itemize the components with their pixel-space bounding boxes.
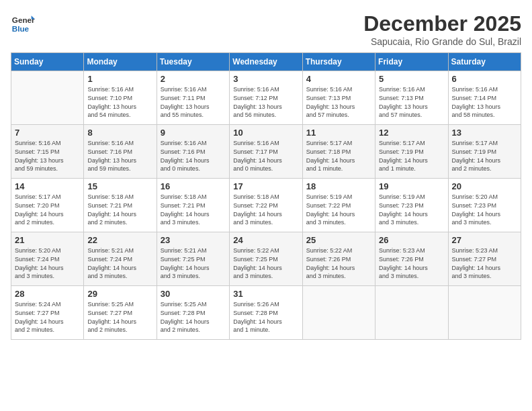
calendar-cell: 1Sunrise: 5:16 AM Sunset: 7:10 PM Daylig… [84, 71, 157, 125]
day-number: 30 [161, 289, 226, 299]
calendar-subtitle: Sapucaia, Rio Grande do Sul, Brazil [363, 36, 521, 47]
day-number: 31 [233, 289, 298, 299]
day-number: 10 [233, 128, 298, 138]
calendar-cell: 29Sunrise: 5:25 AM Sunset: 7:27 PM Dayli… [84, 286, 157, 340]
day-info: Sunrise: 5:16 AM Sunset: 7:16 PM Dayligh… [161, 139, 226, 173]
day-info: Sunrise: 5:16 AM Sunset: 7:13 PM Dayligh… [306, 85, 371, 119]
day-number: 6 [452, 74, 517, 84]
day-info: Sunrise: 5:19 AM Sunset: 7:23 PM Dayligh… [379, 193, 444, 226]
weekday-wednesday: Wednesday [230, 53, 302, 71]
day-number: 3 [233, 74, 298, 84]
calendar-cell: 11Sunrise: 5:17 AM Sunset: 7:18 PM Dayli… [302, 125, 375, 179]
title-block: December 2025 Sapucaia, Rio Grande do Su… [363, 11, 521, 47]
calendar-cell: 25Sunrise: 5:22 AM Sunset: 7:26 PM Dayli… [302, 232, 375, 286]
day-info: Sunrise: 5:18 AM Sunset: 7:21 PM Dayligh… [87, 193, 152, 226]
day-info: Sunrise: 5:16 AM Sunset: 7:17 PM Dayligh… [233, 139, 298, 173]
logo-icon: General Blue [11, 11, 35, 35]
calendar-cell: 15Sunrise: 5:18 AM Sunset: 7:21 PM Dayli… [84, 179, 157, 232]
day-info: Sunrise: 5:17 AM Sunset: 7:20 PM Dayligh… [15, 193, 80, 226]
day-info: Sunrise: 5:25 AM Sunset: 7:28 PM Dayligh… [161, 300, 226, 334]
calendar-cell: 4Sunrise: 5:16 AM Sunset: 7:13 PM Daylig… [302, 71, 375, 125]
day-number: 14 [15, 181, 80, 191]
day-info: Sunrise: 5:16 AM Sunset: 7:13 PM Dayligh… [379, 85, 444, 119]
day-info: Sunrise: 5:16 AM Sunset: 7:16 PM Dayligh… [87, 139, 152, 173]
day-number: 28 [15, 289, 80, 299]
day-number: 12 [379, 128, 444, 138]
day-number: 4 [306, 74, 371, 84]
day-number: 27 [452, 235, 517, 245]
day-number: 22 [87, 235, 152, 245]
calendar-cell: 26Sunrise: 5:23 AM Sunset: 7:26 PM Dayli… [375, 232, 448, 286]
day-number: 18 [306, 181, 371, 191]
calendar-cell: 16Sunrise: 5:18 AM Sunset: 7:21 PM Dayli… [157, 179, 229, 232]
calendar-cell: 17Sunrise: 5:18 AM Sunset: 7:22 PM Dayli… [230, 179, 302, 232]
day-info: Sunrise: 5:25 AM Sunset: 7:27 PM Dayligh… [87, 300, 152, 334]
calendar-cell: 24Sunrise: 5:22 AM Sunset: 7:25 PM Dayli… [230, 232, 302, 286]
calendar-title: December 2025 [363, 11, 521, 36]
day-number: 15 [87, 181, 152, 191]
calendar-cell [448, 286, 521, 340]
calendar-cell: 27Sunrise: 5:23 AM Sunset: 7:27 PM Dayli… [448, 232, 521, 286]
day-info: Sunrise: 5:21 AM Sunset: 7:25 PM Dayligh… [161, 246, 226, 280]
day-info: Sunrise: 5:22 AM Sunset: 7:26 PM Dayligh… [306, 246, 371, 280]
calendar-cell [375, 286, 448, 340]
calendar-cell: 3Sunrise: 5:16 AM Sunset: 7:12 PM Daylig… [230, 71, 302, 125]
calendar-cell: 18Sunrise: 5:19 AM Sunset: 7:22 PM Dayli… [302, 179, 375, 232]
day-info: Sunrise: 5:23 AM Sunset: 7:27 PM Dayligh… [452, 246, 517, 280]
calendar-cell [11, 71, 84, 125]
calendar-cell: 6Sunrise: 5:16 AM Sunset: 7:14 PM Daylig… [448, 71, 521, 125]
calendar-cell: 2Sunrise: 5:16 AM Sunset: 7:11 PM Daylig… [157, 71, 229, 125]
day-number: 11 [306, 128, 371, 138]
calendar-cell: 7Sunrise: 5:16 AM Sunset: 7:15 PM Daylig… [11, 125, 84, 179]
calendar-cell: 19Sunrise: 5:19 AM Sunset: 7:23 PM Dayli… [375, 179, 448, 232]
calendar-cell: 8Sunrise: 5:16 AM Sunset: 7:16 PM Daylig… [84, 125, 157, 179]
calendar-cell: 28Sunrise: 5:24 AM Sunset: 7:27 PM Dayli… [11, 286, 84, 340]
weekday-tuesday: Tuesday [157, 53, 229, 71]
day-info: Sunrise: 5:19 AM Sunset: 7:22 PM Dayligh… [306, 193, 371, 226]
day-info: Sunrise: 5:16 AM Sunset: 7:10 PM Dayligh… [87, 85, 152, 119]
weekday-thursday: Thursday [302, 53, 375, 71]
calendar-cell: 12Sunrise: 5:17 AM Sunset: 7:19 PM Dayli… [375, 125, 448, 179]
day-number: 25 [306, 235, 371, 245]
day-number: 5 [379, 74, 444, 84]
calendar-cell: 14Sunrise: 5:17 AM Sunset: 7:20 PM Dayli… [11, 179, 84, 232]
day-info: Sunrise: 5:17 AM Sunset: 7:19 PM Dayligh… [379, 139, 444, 173]
calendar-week-1: 1Sunrise: 5:16 AM Sunset: 7:10 PM Daylig… [11, 71, 521, 125]
day-number: 19 [379, 181, 444, 191]
weekday-saturday: Saturday [448, 53, 521, 71]
day-info: Sunrise: 5:22 AM Sunset: 7:25 PM Dayligh… [233, 246, 298, 280]
day-info: Sunrise: 5:20 AM Sunset: 7:23 PM Dayligh… [452, 193, 517, 226]
day-number: 24 [233, 235, 298, 245]
calendar-week-4: 21Sunrise: 5:20 AM Sunset: 7:24 PM Dayli… [11, 232, 521, 286]
day-info: Sunrise: 5:17 AM Sunset: 7:18 PM Dayligh… [306, 139, 371, 173]
calendar-cell: 23Sunrise: 5:21 AM Sunset: 7:25 PM Dayli… [157, 232, 229, 286]
day-info: Sunrise: 5:18 AM Sunset: 7:21 PM Dayligh… [161, 193, 226, 226]
day-number: 21 [15, 235, 80, 245]
weekday-monday: Monday [84, 53, 157, 71]
day-info: Sunrise: 5:26 AM Sunset: 7:28 PM Dayligh… [233, 300, 298, 334]
day-number: 17 [233, 181, 298, 191]
day-number: 7 [15, 128, 80, 138]
day-number: 13 [452, 128, 517, 138]
weekday-sunday: Sunday [11, 53, 84, 71]
calendar-week-5: 28Sunrise: 5:24 AM Sunset: 7:27 PM Dayli… [11, 286, 521, 340]
calendar-cell: 30Sunrise: 5:25 AM Sunset: 7:28 PM Dayli… [157, 286, 229, 340]
day-number: 23 [161, 235, 226, 245]
svg-text:Blue: Blue [12, 24, 30, 33]
day-number: 8 [87, 128, 152, 138]
day-info: Sunrise: 5:24 AM Sunset: 7:27 PM Dayligh… [15, 300, 80, 334]
calendar-cell: 21Sunrise: 5:20 AM Sunset: 7:24 PM Dayli… [11, 232, 84, 286]
day-number: 9 [161, 128, 226, 138]
day-info: Sunrise: 5:16 AM Sunset: 7:12 PM Dayligh… [233, 85, 298, 119]
calendar-week-3: 14Sunrise: 5:17 AM Sunset: 7:20 PM Dayli… [11, 179, 521, 232]
logo: General Blue [11, 11, 35, 35]
calendar-cell: 10Sunrise: 5:16 AM Sunset: 7:17 PM Dayli… [230, 125, 302, 179]
day-info: Sunrise: 5:16 AM Sunset: 7:14 PM Dayligh… [452, 85, 517, 119]
day-info: Sunrise: 5:16 AM Sunset: 7:15 PM Dayligh… [15, 139, 80, 173]
weekday-header-row: SundayMondayTuesdayWednesdayThursdayFrid… [11, 53, 521, 71]
page-header: General Blue December 2025 Sapucaia, Rio… [11, 11, 521, 47]
day-number: 20 [452, 181, 517, 191]
calendar-cell: 9Sunrise: 5:16 AM Sunset: 7:16 PM Daylig… [157, 125, 229, 179]
day-number: 29 [87, 289, 152, 299]
calendar-cell [302, 286, 375, 340]
